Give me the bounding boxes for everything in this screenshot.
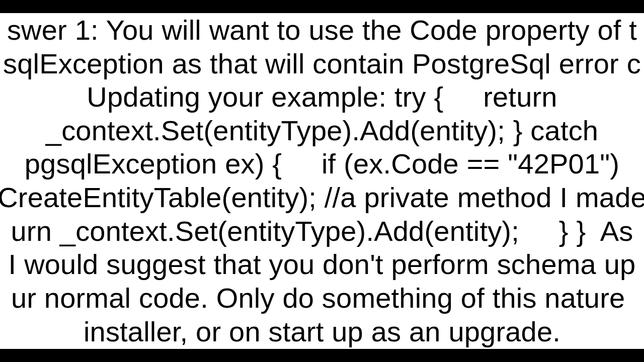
line-7: urn _context.Set(entityType).Add(entity)…: [11, 215, 633, 247]
line-8: I would suggest that you don't perform s…: [9, 248, 636, 280]
line-6: CreateEntityTable(entity); //a private m…: [0, 182, 644, 213]
content-band: swer 1: You will want to use the Code pr…: [0, 13, 644, 349]
line-4: _context.Set(entityType).Add(entity); } …: [46, 115, 598, 146]
line-2: sqlException as that will contain Postgr…: [3, 48, 641, 79]
line-5: pgsqlException ex) { if (ex.Code == "42P…: [25, 148, 619, 179]
line-10: installer, or on start up as an upgrade.: [84, 316, 560, 347]
line-3: Updating your example: try { return: [87, 81, 557, 113]
page: swer 1: You will want to use the Code pr…: [0, 0, 644, 362]
answer-text: swer 1: You will want to use the Code pr…: [0, 13, 644, 349]
line-1: swer 1: You will want to use the Code pr…: [7, 14, 637, 46]
line-9: ur normal code. Only do something of thi…: [11, 282, 633, 314]
